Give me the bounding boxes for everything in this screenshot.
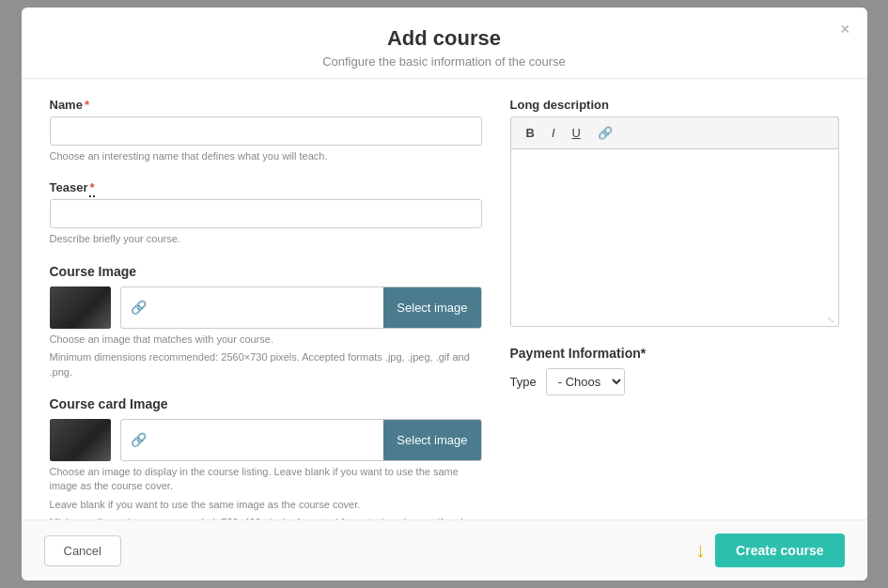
course-image-group: Course Image 🔗 Select image Choose an im — [50, 264, 482, 379]
course-image-title: Course Image — [50, 264, 482, 279]
course-card-input-group: 🔗 Select image — [120, 419, 482, 461]
modal-header: Add course Configure the basic informati… — [22, 8, 867, 79]
rte-underline-button[interactable]: U — [565, 122, 588, 144]
right-column: Long description B I U 🔗 ⤡ Pa — [510, 98, 839, 501]
course-image-upload-row: 🔗 Select image — [50, 286, 482, 329]
payment-type-select[interactable]: - Choos — [546, 368, 625, 395]
cancel-button[interactable]: Cancel — [44, 535, 121, 566]
course-card-image-title: Course card Image — [50, 396, 482, 411]
rte-toolbar: B I U 🔗 — [510, 116, 839, 148]
course-card-select-button[interactable]: Select image — [383, 420, 480, 460]
teaser-input[interactable] — [50, 199, 482, 228]
course-card-thumbnail — [50, 419, 111, 461]
rte-content-area[interactable]: ⤡ — [510, 148, 839, 327]
name-field-group: Name* Choose an interesting name that de… — [50, 98, 482, 163]
course-image-hint2: Minimum dimensions recommended: 2560×730… — [50, 350, 482, 379]
modal-body: Name* Choose an interesting name that de… — [22, 79, 867, 519]
teaser-hint: Describe briefly your course. — [50, 232, 482, 246]
payment-section: Payment Information* Type - Choos — [510, 346, 839, 395]
arrow-down-icon: ↓ — [695, 540, 706, 561]
modal-title: Add course — [50, 26, 839, 51]
course-image-input-group: 🔗 Select image — [120, 286, 482, 329]
payment-title: Payment Information* — [510, 346, 839, 361]
course-card-hint1: Choose an image to display in the course… — [50, 465, 482, 494]
long-description-group: Long description B I U 🔗 ⤡ — [510, 98, 839, 327]
course-image-select-button[interactable]: Select image — [383, 287, 480, 328]
course-card-image-group: Course card Image 🔗 Select image Choose — [50, 396, 482, 519]
teaser-field-group: Teaser* Describe briefly your course. — [50, 180, 482, 246]
link-icon: 🔗 — [131, 300, 147, 315]
teaser-label: Teaser* — [50, 180, 482, 194]
modal-footer: Cancel ↓ Create course — [22, 519, 867, 580]
modal-overlay: Add course Configure the basic informati… — [0, 0, 888, 588]
modal-subtitle: Configure the basic information of the c… — [50, 54, 839, 69]
name-label: Name* — [50, 98, 482, 112]
payment-type-label: Type — [510, 375, 537, 389]
long-description-label: Long description — [510, 98, 839, 112]
rte-bold-button[interactable]: B — [519, 122, 542, 144]
left-column: Name* Choose an interesting name that de… — [50, 98, 482, 501]
link-icon-card: 🔗 — [131, 432, 147, 447]
course-card-upload-row: 🔗 Select image — [50, 419, 482, 461]
create-course-wrapper: ↓ Create course — [695, 534, 844, 567]
link-chain-icon: 🔗 — [598, 126, 613, 140]
course-image-hint1: Choose an image that matches with your c… — [50, 333, 482, 347]
course-card-hint2: Leave blank if you want to use the same … — [50, 498, 482, 512]
rte-link-button[interactable]: 🔗 — [590, 122, 620, 144]
course-card-preview — [50, 419, 111, 461]
course-image-thumbnail — [50, 286, 111, 329]
add-course-modal: Add course Configure the basic informati… — [22, 8, 867, 580]
rte-italic-button[interactable]: I — [544, 122, 563, 144]
course-image-url-area: 🔗 — [121, 287, 384, 328]
rte-resize-handle[interactable]: ⤡ — [827, 315, 836, 324]
name-hint: Choose an interesting name that defines … — [50, 149, 482, 163]
course-image-preview — [50, 286, 111, 329]
name-input[interactable] — [50, 116, 482, 146]
close-button[interactable]: × — [840, 21, 850, 38]
payment-row: Type - Choos — [510, 368, 839, 395]
course-card-url-area: 🔗 — [121, 420, 384, 460]
create-course-button[interactable]: Create course — [715, 534, 844, 567]
